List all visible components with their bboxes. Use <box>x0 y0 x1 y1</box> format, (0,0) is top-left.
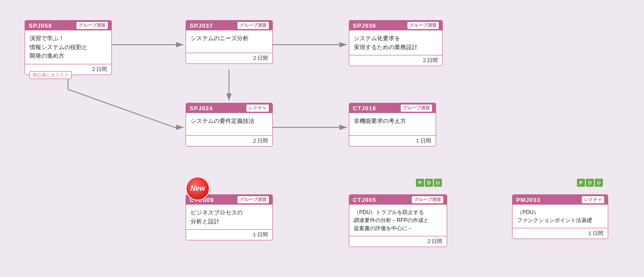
pdu-d-CTJ005: D <box>425 179 433 187</box>
card-code-CTJ018: CTJ018 <box>353 105 376 112</box>
card-header-CTJ018: CTJ018 グループ演習 <box>349 103 436 113</box>
card-body-CTD009: ビジネスプロセスの分析と設計 <box>186 205 272 229</box>
card-CTJ005[interactable]: CTJ005 グループ演習 （PDU）トラブルを防止する調達要件の分析－RFPの… <box>349 194 447 247</box>
card-code-SPJ024: SPJ024 <box>190 105 213 112</box>
card-header-SPJ036: SPJ036 グループ演習 <box>349 21 442 30</box>
canvas: SPJ058 グループ演習 演習で学ぶ！情報システムの役割と開発の進め方 ２日間… <box>0 0 644 277</box>
card-SPJ036[interactable]: SPJ036 グループ演習 システム化要求を実現するための業務設計 ２日間 <box>349 20 443 66</box>
card-SPJ058[interactable]: SPJ058 グループ演習 演習で学ぶ！情報システムの役割と開発の進め方 ２日間… <box>25 20 112 75</box>
pdu-p-PMJ033: P <box>577 179 585 187</box>
card-body-PMJ033: （PDU）ファンクションポイント法基礎 <box>513 205 608 228</box>
new-badge: New <box>186 176 210 201</box>
card-code-SPJ036: SPJ036 <box>353 22 376 29</box>
card-type-CTJ018: グループ演習 <box>401 105 432 112</box>
card-body-SPJ037: システムのニーズ分析 <box>186 30 272 53</box>
card-type-PMJ033: レクチャ <box>582 196 604 203</box>
card-body-SPJ058: 演習で学ぶ！情報システムの役割と開発の進め方 <box>25 30 111 64</box>
card-code-CTJ005: CTJ005 <box>353 197 376 203</box>
card-footer-CTJ005: ２日間 <box>349 236 447 247</box>
card-footer-CTD009: １日間 <box>186 229 272 240</box>
pdu-u-CTJ005: U <box>434 179 442 187</box>
card-header-SPJ037: SPJ037 グループ演習 <box>186 21 272 30</box>
card-CTD009[interactable]: CTD009 グループ演習 ビジネスプロセスの分析と設計 １日間 <box>186 194 273 240</box>
card-type-SPJ058: グループ演習 <box>76 22 108 29</box>
pdu-d-PMJ033: D <box>586 179 594 187</box>
card-tag-SPJ058: 初心者にオススメ <box>30 71 72 79</box>
card-header-SPJ058: SPJ058 グループ演習 <box>25 21 111 30</box>
pdu-badge-CTJ005: P D U <box>416 179 442 187</box>
pdu-group-PMJ033: P D U <box>577 179 603 187</box>
card-footer-CTJ018: １日間 <box>349 135 436 146</box>
card-body-SPJ036: システム化要求を実現するための業務設計 <box>349 30 442 55</box>
card-code-SPJ058: SPJ058 <box>29 22 52 29</box>
card-SPJ024[interactable]: SPJ024 レクチャ システムの要件定義技法 ２日間 <box>186 103 273 147</box>
card-PMJ033[interactable]: PMJ033 レクチャ （PDU）ファンクションポイント法基礎 １日間 <box>512 194 608 239</box>
card-body-CTJ018: 非機能要求の考え方 <box>349 113 436 135</box>
card-type-SPJ036: グループ演習 <box>407 22 439 29</box>
card-header-CTJ005: CTJ005 グループ演習 <box>349 195 447 205</box>
card-footer-PMJ033: １日間 <box>513 228 608 239</box>
card-type-CTD009: グループ演習 <box>237 196 269 203</box>
card-body-SPJ024: システムの要件定義技法 <box>186 113 272 135</box>
card-body-CTJ005: （PDU）トラブルを防止する調達要件の分析－RFPの作成と提案書の評価を中心に－ <box>349 205 447 236</box>
card-code-SPJ037: SPJ037 <box>190 22 213 29</box>
card-footer-SPJ036: ２日間 <box>349 55 442 66</box>
pdu-group-CTJ005: P D U <box>416 179 442 187</box>
card-footer-SPJ024: ２日間 <box>186 135 272 146</box>
card-type-SPJ037: グループ演習 <box>237 22 269 29</box>
pdu-u-PMJ033: U <box>595 179 603 187</box>
new-badge-text: New <box>191 185 205 193</box>
pdu-badge-PMJ033: P D U <box>577 179 603 187</box>
card-header-SPJ024: SPJ024 レクチャ <box>186 103 272 113</box>
card-code-PMJ033: PMJ033 <box>516 197 540 203</box>
card-header-PMJ033: PMJ033 レクチャ <box>513 195 608 205</box>
card-CTJ018[interactable]: CTJ018 グループ演習 非機能要求の考え方 １日間 <box>349 103 436 147</box>
card-type-CTJ005: グループ演習 <box>412 196 443 203</box>
card-footer-SPJ037: ２日間 <box>186 53 272 63</box>
card-type-SPJ024: レクチャ <box>246 105 269 112</box>
pdu-p-CTJ005: P <box>416 179 424 187</box>
card-SPJ037[interactable]: SPJ037 グループ演習 システムのニーズ分析 ２日間 <box>186 20 273 64</box>
